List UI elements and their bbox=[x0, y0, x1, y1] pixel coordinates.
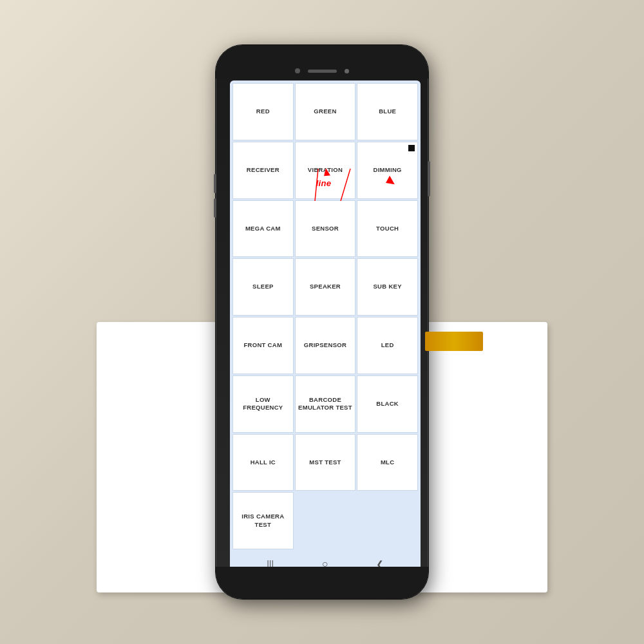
power-button[interactable] bbox=[428, 161, 430, 196]
phone-bottom-bezel bbox=[216, 567, 428, 599]
cell-dimming[interactable]: DIMMING bbox=[357, 142, 418, 199]
cell-red[interactable]: RED bbox=[232, 83, 294, 140]
cell-sensor[interactable]: SENSOR line bbox=[295, 200, 356, 258]
cell-sleep[interactable]: SLEEP bbox=[232, 258, 294, 316]
test-grid: RED GREEN BLUE RECEIVER VIBRATION DIMMIN… bbox=[230, 80, 421, 552]
cell-sub-key[interactable]: SUB KEY bbox=[357, 258, 418, 316]
volume-button-group bbox=[214, 174, 216, 218]
cell-low-frequency[interactable]: LOW FREQUENCY bbox=[232, 375, 294, 433]
cell-blue[interactable]: BLUE bbox=[357, 83, 418, 140]
phone-screen: RED GREEN BLUE RECEIVER VIBRATION DIMMIN… bbox=[230, 80, 421, 576]
phone-body: RED GREEN BLUE RECEIVER VIBRATION DIMMIN… bbox=[216, 45, 428, 599]
cell-empty-1 bbox=[295, 492, 356, 549]
cell-mega-cam[interactable]: MEGA CAM bbox=[232, 200, 294, 258]
cell-mlc[interactable]: MLC bbox=[357, 434, 418, 491]
flex-cable bbox=[425, 332, 483, 351]
volume-up-button[interactable] bbox=[214, 174, 216, 193]
cell-touch[interactable]: TOUCH bbox=[357, 200, 418, 258]
cell-front-cam[interactable]: FRONT CAM bbox=[232, 317, 294, 374]
volume-down-button[interactable] bbox=[214, 198, 216, 218]
phone-container: RED GREEN BLUE RECEIVER VIBRATION DIMMIN… bbox=[213, 42, 431, 602]
power-button-group bbox=[428, 161, 430, 196]
cell-led[interactable]: LED bbox=[357, 317, 418, 374]
earpiece-speaker bbox=[308, 70, 337, 73]
sensor-dot bbox=[345, 69, 349, 73]
cell-empty-2 bbox=[357, 492, 418, 549]
cell-barcode-emulator[interactable]: BARCODEEMULATOR TEST bbox=[295, 375, 356, 433]
cell-mst-test[interactable]: MST TEST bbox=[295, 434, 356, 491]
cell-hall-ic[interactable]: HALL IC bbox=[232, 434, 294, 491]
front-camera-dot bbox=[295, 68, 300, 73]
cell-iris-camera[interactable]: IRIS CAMERATEST bbox=[232, 492, 294, 549]
cell-speaker[interactable]: SPEAKER bbox=[295, 258, 356, 316]
cell-receiver[interactable]: RECEIVER bbox=[232, 142, 294, 199]
cell-black[interactable]: BLACK bbox=[357, 375, 418, 433]
phone-top-bezel bbox=[216, 45, 428, 79]
cell-gripsensor[interactable]: GRIPSENSOR bbox=[295, 317, 356, 374]
cell-green[interactable]: GREEN bbox=[295, 83, 356, 140]
cell-vibration[interactable]: VIBRATION bbox=[295, 142, 356, 199]
